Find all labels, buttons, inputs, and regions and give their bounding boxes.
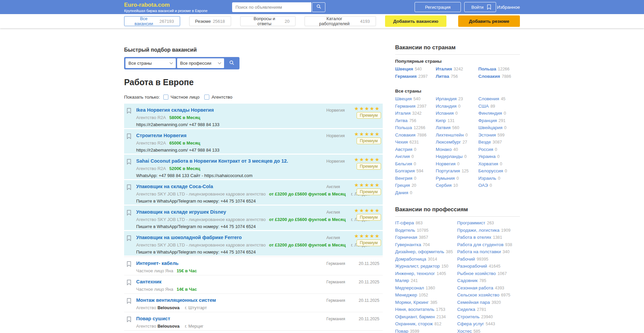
country-link[interactable]: Лихтенштейн	[436, 132, 464, 137]
profession-link[interactable]: Работа для студентов	[457, 242, 503, 247]
country-link[interactable]: Ирландия	[436, 96, 457, 101]
country-link[interactable]: Хорватия	[478, 161, 498, 166]
filter-agency[interactable]: Агентство	[204, 95, 232, 100]
country-link[interactable]: Англия	[395, 154, 410, 159]
country-link[interactable]: Словакия	[395, 132, 416, 137]
country-link[interactable]: Литва	[395, 118, 408, 123]
country-link[interactable]: Италия	[436, 66, 452, 71]
profession-link[interactable]: Садовник	[457, 278, 478, 283]
profession-link[interactable]: Хостес	[457, 329, 472, 333]
bookmark-icon[interactable]	[127, 159, 131, 165]
country-link[interactable]: Исландия	[436, 104, 457, 109]
profession-link[interactable]: Гувернантка	[395, 242, 421, 247]
country-link[interactable]: Норвегия	[436, 161, 455, 166]
country-link[interactable]: Австрия	[395, 147, 412, 152]
profession-link[interactable]: Дизайнер, оформитель	[395, 249, 444, 254]
job-title-link[interactable]: Интернет- кабель	[136, 261, 178, 266]
country-link[interactable]: Финляндия	[478, 111, 502, 116]
country-link[interactable]: Везде	[478, 140, 491, 145]
agency-checkbox[interactable]	[204, 95, 209, 100]
profession-link[interactable]: Работа на полставки	[457, 249, 501, 254]
country-link[interactable]: Израиль	[478, 176, 496, 181]
filter-private-person[interactable]: Частное лицо	[163, 95, 200, 100]
bookmark-icon[interactable]	[127, 184, 131, 190]
country-link[interactable]: Польша	[395, 125, 412, 130]
bookmark-icon[interactable]	[127, 210, 131, 216]
job-title-link[interactable]: Упаковщик на складе Coca-Cola	[136, 184, 213, 189]
country-link[interactable]: Белоруссия	[478, 168, 503, 173]
country-link[interactable]: Португалия	[436, 168, 460, 173]
country-link[interactable]: Швеция	[395, 96, 412, 101]
country-link[interactable]: Эстония	[478, 132, 496, 137]
profession-link[interactable]: Строитель	[457, 314, 480, 319]
country-link[interactable]: Франция	[478, 118, 497, 123]
profession-link[interactable]: Маляр	[395, 278, 409, 283]
profession-link[interactable]: Сельское хозяйство	[457, 292, 499, 297]
country-link[interactable]: Монако	[436, 147, 451, 152]
job-title-link[interactable]: Сантехник	[136, 279, 161, 284]
profession-link[interactable]: Семейная пара	[457, 300, 490, 305]
favorites-link[interactable]: Избранное	[497, 5, 520, 10]
bookmark-icon[interactable]	[127, 280, 131, 285]
country-link[interactable]: Испания	[436, 111, 454, 116]
add-vacancy-button[interactable]: Добавить вакансию	[385, 15, 447, 27]
job-title-link[interactable]: Sahai Coconut работа в Норвегии Контракт…	[136, 158, 288, 164]
tab-resumes[interactable]: Резюме 25618	[189, 16, 231, 26]
country-link[interactable]: ОАЭ	[478, 183, 488, 188]
tab-questions[interactable]: Вопросы и ответы 20	[240, 16, 296, 26]
country-link[interactable]: Словакия	[478, 74, 500, 79]
country-link[interactable]: Россия	[478, 147, 493, 152]
country-link[interactable]: Польша	[478, 66, 496, 71]
job-title-link[interactable]: Повар сушист	[136, 316, 170, 321]
bookmark-icon[interactable]	[127, 235, 131, 241]
country-link[interactable]: Кипр	[436, 118, 446, 123]
bookmark-icon[interactable]	[127, 261, 131, 267]
country-link[interactable]: Словения	[478, 96, 499, 101]
country-link[interactable]: Швеция	[395, 66, 413, 71]
filter-search-button[interactable]	[225, 58, 238, 68]
country-link[interactable]: Германия	[395, 74, 417, 79]
add-resume-button[interactable]: Добавить резюме	[458, 15, 520, 27]
profession-link[interactable]: Моряки, Крюинг	[395, 300, 429, 305]
profession-link[interactable]: Медперсонал	[395, 285, 424, 290]
register-button[interactable]: Регистрация	[415, 2, 461, 12]
job-title-link[interactable]: Строители Норвегия	[136, 133, 186, 138]
job-title-link[interactable]: Упаковщик на шоколадной фабрике Ferrero	[136, 235, 242, 240]
job-title-link[interactable]: Ikea Норвегия склады Норвегия	[136, 107, 214, 113]
profession-link[interactable]: Сфера услуг	[457, 321, 484, 326]
bookmark-icon[interactable]	[127, 298, 131, 304]
country-link[interactable]: Румыния	[436, 176, 455, 181]
profession-link[interactable]: Инженер, технолог	[395, 271, 435, 276]
tab-all-vacancies[interactable]: Все вакансии 267193	[124, 16, 180, 26]
country-link[interactable]: Люксембург	[436, 140, 461, 145]
country-link[interactable]: Греция	[395, 183, 410, 188]
country-link[interactable]: Германия	[395, 104, 416, 109]
profession-link[interactable]: Сезонная работа	[457, 285, 493, 290]
site-logo[interactable]: Euro-rabota.com	[124, 2, 211, 8]
tab-employers-catalog[interactable]: Каталог работодателей 4193	[305, 16, 376, 26]
bookmark-icon[interactable]	[127, 133, 131, 139]
profession-link[interactable]: Продажи, логистика	[457, 228, 499, 233]
profession-link[interactable]: Рыбное хозяйство	[457, 271, 496, 276]
profession-link[interactable]: Официант, бармен	[395, 314, 435, 319]
job-title-link[interactable]: Упаковщик на складе игрушек Disney	[136, 209, 226, 215]
country-link[interactable]: Дания	[395, 190, 408, 195]
country-link[interactable]: Литва	[436, 74, 449, 79]
profession-link[interactable]: Няня, воспитатель	[395, 307, 434, 312]
profession-link[interactable]: Журналист, редактор	[395, 264, 440, 269]
search-button[interactable]	[312, 2, 325, 12]
country-link[interactable]: Латвия	[436, 125, 450, 130]
profession-link[interactable]: Сиделка	[457, 307, 475, 312]
country-link[interactable]: Чехия	[395, 140, 408, 145]
country-link[interactable]: Бельгия	[395, 161, 412, 166]
country-link[interactable]: Италия	[395, 111, 411, 116]
country-select[interactable]: Все страны	[125, 58, 176, 68]
private-person-checkbox[interactable]	[163, 95, 168, 100]
country-link[interactable]: Венгрия	[395, 176, 412, 181]
profession-link[interactable]: Горничная	[395, 235, 417, 240]
country-link[interactable]: США	[478, 104, 489, 109]
country-link[interactable]: Болгария	[395, 168, 415, 173]
profession-link[interactable]: Работа в отелях	[457, 235, 491, 240]
bookmark-icon[interactable]	[127, 317, 131, 322]
profession-link[interactable]: Рабочий	[457, 257, 475, 262]
